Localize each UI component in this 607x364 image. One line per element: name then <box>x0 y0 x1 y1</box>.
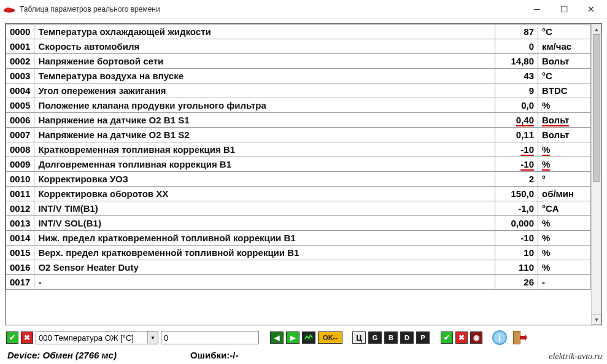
app-icon <box>2 4 16 14</box>
table-row[interactable]: 0016O2 Sensor Heater Duty110% <box>6 260 591 275</box>
maximize-button[interactable]: ☐ <box>551 1 578 18</box>
table-row[interactable]: 0001Скорость автомобиля0км/час <box>6 39 591 54</box>
table-row[interactable]: 0005Положение клапана продувки угольного… <box>6 98 591 113</box>
g-button[interactable]: G <box>368 331 382 344</box>
table-row[interactable]: 0002Напряжение бортовой сети14,80Вольт <box>6 54 591 69</box>
chart-button[interactable] <box>302 331 315 344</box>
param-name: Корректировка УОЗ <box>34 172 495 187</box>
table-row[interactable]: 0012INT/V TIM(B1)-1,0°CA <box>6 201 591 216</box>
vertical-scrollbar[interactable]: ▲ ▼ <box>591 24 601 325</box>
titlebar: Таблица параметров реального времени ─ ☐… <box>0 0 607 18</box>
svg-point-1 <box>6 7 11 11</box>
param-unit: % <box>538 260 591 275</box>
param-unit: % <box>538 157 591 172</box>
stop-button[interactable]: ◉ <box>470 331 482 344</box>
toolbar: ✔ ✖ 000 Температура ОЖ [°C] ▼ 0 ◀ ▶ OK--… <box>5 325 602 349</box>
table-row[interactable]: 0006Напряжение на датчике О2 B1 S10,40Во… <box>6 113 591 128</box>
minimize-button[interactable]: ─ <box>524 1 551 18</box>
c-button[interactable]: Ц <box>352 331 366 344</box>
scroll-track[interactable] <box>592 34 601 314</box>
info-button[interactable]: i <box>491 329 508 346</box>
param-unit: Вольт <box>538 128 591 142</box>
param-code: 0008 <box>6 142 34 157</box>
parameter-select-value: 000 Температура ОЖ [°C] <box>36 333 147 343</box>
param-unit: - <box>538 275 591 290</box>
param-unit: % <box>538 246 591 260</box>
param-name: O2 Sensor Heater Duty <box>34 260 495 275</box>
param-name: Положение клапана продувки угольного фил… <box>34 98 495 113</box>
param-unit: % <box>538 142 591 157</box>
device-status: Device: Обмен (2766 мс) <box>7 350 117 360</box>
table-row[interactable]: 0000Температура охлаждающей жидкости87°C <box>6 25 591 39</box>
param-value: -1,0 <box>495 201 538 216</box>
param-name: - <box>34 275 495 290</box>
accept-button[interactable]: ✔ <box>6 331 18 344</box>
param-unit: об/мин <box>538 187 591 201</box>
param-unit: Вольт <box>538 113 591 128</box>
param-value: 87 <box>495 25 538 39</box>
close-button[interactable]: ✕ <box>578 1 605 18</box>
param-unit: % <box>538 231 591 246</box>
param-value: 2 <box>495 172 538 187</box>
ok-button[interactable]: OK-- <box>318 331 342 344</box>
watermark: elektrik-avto.ru <box>549 352 602 362</box>
param-unit: °C <box>538 25 591 39</box>
scroll-up-arrow[interactable]: ▲ <box>592 24 601 34</box>
content: 0000Температура охлаждающей жидкости87°C… <box>0 18 607 364</box>
param-value: 0,11 <box>495 128 538 142</box>
next-button[interactable]: ▶ <box>286 331 300 344</box>
param-value: 26 <box>495 275 538 290</box>
param-name: Температура воздуха на впуске <box>34 69 495 83</box>
scroll-thumb[interactable] <box>593 34 600 182</box>
table-row[interactable]: 0008Кратковременная топливная коррекция … <box>6 142 591 157</box>
param-code: 0003 <box>6 69 34 83</box>
param-value: 43 <box>495 69 538 83</box>
confirm-button[interactable]: ✔ <box>441 331 453 344</box>
param-value: 0 <box>495 39 538 54</box>
cancel-button[interactable]: ✖ <box>21 331 33 344</box>
table-row[interactable]: 0007Напряжение на датчике О2 B1 S20,11Во… <box>6 128 591 142</box>
table-row[interactable]: 0004Угол опережения зажигания9BTDC <box>6 83 591 98</box>
param-name: Температура охлаждающей жидкости <box>34 25 495 39</box>
errors-status: Ошибки:-/- <box>190 350 239 360</box>
param-name: Напряжение на датчике О2 B1 S2 <box>34 128 495 142</box>
param-name: Корректировка оборотов ХХ <box>34 187 495 201</box>
param-value: 10 <box>495 246 538 260</box>
param-code: 0012 <box>6 201 34 216</box>
table-row[interactable]: 0003Температура воздуха на впуске43°C <box>6 69 591 83</box>
param-value: 9 <box>495 83 538 98</box>
param-code: 0002 <box>6 54 34 69</box>
table-row[interactable]: 0017-26- <box>6 275 591 290</box>
param-code: 0015 <box>6 246 34 260</box>
status-bar: Device: Обмен (2766 мс) Ошибки:-/- <box>5 349 602 362</box>
param-code: 0017 <box>6 275 34 290</box>
table-row[interactable]: 0014Ниж. предел кратковременной топливно… <box>6 231 591 246</box>
param-value: -10 <box>495 231 538 246</box>
parameter-select[interactable]: 000 Температура ОЖ [°C] ▼ <box>36 331 158 344</box>
param-code: 0011 <box>6 187 34 201</box>
reject-button[interactable]: ✖ <box>455 331 468 344</box>
table-row[interactable]: 0011Корректировка оборотов ХХ150,0об/мин <box>6 187 591 201</box>
table-row[interactable]: 0015Верх. предел кратковременной топливн… <box>6 246 591 260</box>
d-button[interactable]: D <box>400 331 414 344</box>
param-value: 14,80 <box>495 54 538 69</box>
table-row[interactable]: 0009Долговременная топливная коррекция B… <box>6 157 591 172</box>
chevron-down-icon[interactable]: ▼ <box>147 331 158 344</box>
param-code: 0013 <box>6 216 34 231</box>
exit-button[interactable] <box>511 329 528 346</box>
b-button[interactable]: B <box>384 331 398 344</box>
prev-button[interactable]: ◀ <box>270 331 284 344</box>
table-container: 0000Температура охлаждающей жидкости87°C… <box>5 23 602 325</box>
scroll-down-arrow[interactable]: ▼ <box>592 314 601 325</box>
param-unit: км/час <box>538 39 591 54</box>
svg-text:i: i <box>498 333 501 343</box>
table-scroll[interactable]: 0000Температура охлаждающей жидкости87°C… <box>6 24 591 325</box>
param-unit: °CA <box>538 201 591 216</box>
table-row[interactable]: 0010Корректировка УОЗ2° <box>6 172 591 187</box>
param-name: Напряжение бортовой сети <box>34 54 495 69</box>
table-row[interactable]: 0013INT/V SOL(B1)0,000% <box>6 216 591 231</box>
p-button[interactable]: P <box>416 331 430 344</box>
param-code: 0001 <box>6 39 34 54</box>
param-code: 0005 <box>6 98 34 113</box>
value-field[interactable]: 0 <box>161 331 259 344</box>
